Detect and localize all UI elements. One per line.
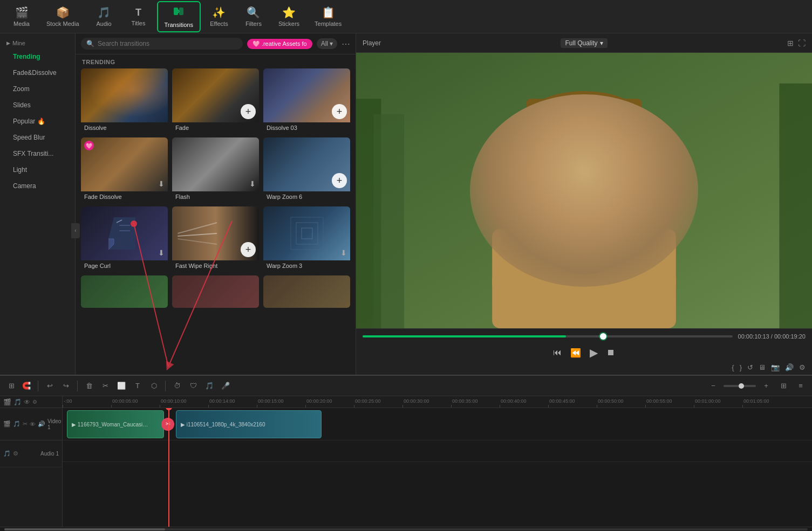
screenshot-icon[interactable]: 📷 bbox=[771, 363, 780, 371]
more-options-button[interactable]: ⋯ bbox=[342, 39, 350, 49]
video-clip-2[interactable]: ▶ i1106514_1080p_4k_3840x2160 bbox=[176, 410, 322, 438]
progress-bar[interactable] bbox=[363, 335, 733, 337]
sidebar-item-popular[interactable]: Popular 🔥 bbox=[4, 114, 71, 129]
add-video-track-icon[interactable]: 🎬 bbox=[3, 398, 11, 406]
transition-card-extra3[interactable] bbox=[263, 275, 350, 308]
volume-icon[interactable]: 🔊 bbox=[785, 363, 794, 371]
toolbar-audio[interactable]: 🎵 Audio bbox=[88, 3, 120, 30]
sidebar-item-trending[interactable]: Trending bbox=[4, 49, 71, 64]
video-track-split-icon[interactable]: ✂ bbox=[23, 420, 28, 427]
toolbar-templates[interactable]: 📋 Templates bbox=[308, 3, 348, 30]
download-icon-page-curl: ⬇ bbox=[158, 249, 165, 257]
player-label: Player bbox=[363, 39, 381, 47]
delete-button[interactable]: 🗑 bbox=[82, 379, 96, 393]
zoom-in-button[interactable]: + bbox=[759, 379, 773, 393]
add-dissolve03-button[interactable]: + bbox=[332, 104, 347, 119]
text-button[interactable]: T bbox=[131, 379, 145, 393]
toolbar-media[interactable]: 🎬 Media bbox=[5, 3, 38, 30]
sidebar-item-zoom[interactable]: Zoom bbox=[4, 81, 71, 96]
sidebar-collapse-button[interactable]: ‹ bbox=[71, 223, 80, 238]
voiceover-button[interactable]: 🎤 bbox=[219, 379, 233, 393]
add-fade-button[interactable]: + bbox=[241, 104, 256, 119]
progress-thumb bbox=[600, 333, 606, 340]
toolbar-filters[interactable]: 🔍 Filters bbox=[237, 3, 270, 30]
undo-button[interactable]: ↩ bbox=[43, 379, 57, 393]
transition-card-fast-wipe-right[interactable]: + Fast Wipe Right bbox=[172, 206, 259, 271]
left-sidebar: ▶ Mine Trending Fade&Dissolve Zoom Slide… bbox=[0, 33, 76, 375]
settings-track-icon[interactable]: ⚙ bbox=[32, 399, 37, 405]
audio-track-add-icon[interactable]: 🎵 bbox=[3, 450, 11, 457]
video-track-volume-icon[interactable]: 🔊 bbox=[38, 420, 45, 427]
toolbar-stickers[interactable]: ⭐ Stickers bbox=[272, 3, 306, 30]
redo-button[interactable]: ↪ bbox=[59, 379, 73, 393]
speed-button[interactable]: ⏱ bbox=[170, 379, 184, 393]
sidebar-item-speed-blur[interactable]: Speed Blur bbox=[4, 130, 71, 145]
sidebar-item-fade-dissolve[interactable]: Fade&Dissolve bbox=[4, 65, 71, 80]
filter-button[interactable]: All ▾ bbox=[317, 38, 337, 49]
transition-card-dissolve03[interactable]: + Dissolve 03 bbox=[263, 68, 350, 133]
crop-button[interactable]: ⬜ bbox=[114, 379, 128, 393]
creative-assets-badge[interactable]: 🩷 .reative Assets fo bbox=[247, 39, 312, 49]
shape-button[interactable]: ⬡ bbox=[147, 379, 161, 393]
video-track-add-icon[interactable]: 🎬 bbox=[3, 420, 11, 427]
add-warp-zoom6-button[interactable]: + bbox=[332, 173, 347, 188]
stop-button[interactable]: ⏹ bbox=[606, 348, 615, 357]
transition-card-extra2[interactable] bbox=[172, 275, 259, 308]
toggle-video-icon[interactable]: 👁 bbox=[24, 398, 30, 406]
audio-track-settings-icon[interactable]: ⚙ bbox=[13, 450, 18, 457]
transition-card-flash[interactable]: ⬇ Flash bbox=[172, 137, 259, 202]
loop-icon[interactable]: ↺ bbox=[747, 363, 753, 371]
transition-card-extra1[interactable] bbox=[81, 275, 168, 308]
search-icon: 🔍 bbox=[86, 40, 94, 47]
video-preview bbox=[356, 53, 812, 328]
sidebar-item-light[interactable]: Light bbox=[4, 162, 71, 177]
zoom-slider[interactable] bbox=[724, 385, 756, 387]
scrollbar-track[interactable] bbox=[4, 528, 808, 530]
sidebar-item-camera[interactable]: Camera bbox=[4, 178, 71, 194]
sidebar-item-slides[interactable]: Slides bbox=[4, 98, 71, 113]
add-dissolve-button[interactable]: + bbox=[149, 104, 165, 119]
transition-card-dissolve[interactable]: + Dissolve bbox=[81, 68, 168, 133]
split-button[interactable]: ✂ bbox=[98, 379, 112, 393]
quality-selector[interactable]: Full Quality ▾ bbox=[561, 38, 607, 48]
video1-label: Video 1 bbox=[47, 418, 61, 430]
transition-card-fade[interactable]: + Fade bbox=[172, 68, 259, 133]
play-button[interactable]: ▶ bbox=[590, 346, 598, 359]
search-input[interactable] bbox=[98, 40, 237, 47]
transition-card-warp-zoom3[interactable]: ⬇ Warp Zoom 3 bbox=[263, 206, 350, 271]
settings-icon[interactable]: ⚙ bbox=[799, 363, 806, 371]
controls-extra: { } ↺ 🖥 📷 🔊 ⚙ bbox=[356, 363, 812, 375]
transition-card-fade-dissolve[interactable]: 🩷 ⬇ Fade Dissolve bbox=[81, 137, 168, 202]
audio-button[interactable]: 🎵 bbox=[202, 379, 216, 393]
monitor-icon[interactable]: 🖥 bbox=[759, 363, 766, 371]
toolbar-transitions[interactable]: Transitions bbox=[157, 1, 201, 32]
video-track-eye-icon[interactable]: 👁 bbox=[30, 421, 36, 427]
stock-media-icon: 📦 bbox=[56, 6, 70, 19]
grid-view-icon[interactable]: ⊞ bbox=[787, 39, 794, 47]
magnetic-button[interactable]: 🧲 bbox=[19, 379, 33, 393]
video-track-audio-icon[interactable]: 🎵 bbox=[13, 420, 21, 427]
transition-card-warp-zoom6[interactable]: + Warp Zoom 6 bbox=[263, 137, 350, 202]
toolbar-titles[interactable]: T Titles bbox=[122, 4, 155, 30]
grid-layout-button[interactable]: ⊞ bbox=[776, 379, 790, 393]
transition-card-page-curl[interactable]: ⬇ Page Curl bbox=[81, 206, 168, 271]
toolbar-effects[interactable]: ✨ Effects bbox=[203, 3, 235, 30]
toolbar-stock-media[interactable]: 📦 Stock Media bbox=[40, 3, 86, 30]
add-audio-track-icon[interactable]: 🎵 bbox=[13, 398, 22, 406]
frame-back-button[interactable]: ⏪ bbox=[570, 348, 581, 358]
step-back-button[interactable]: ⏮ bbox=[553, 348, 562, 357]
mark-out-icon[interactable]: } bbox=[740, 363, 742, 371]
transition-marker[interactable]: ✂ bbox=[161, 418, 174, 431]
search-box[interactable]: 🔍 bbox=[81, 38, 243, 50]
sidebar-section-mine[interactable]: ▶ Mine bbox=[0, 38, 75, 49]
video-clip-1[interactable]: ▶ 1166793_Woman_Caucasian_499... bbox=[67, 410, 164, 438]
zoom-out-button[interactable]: − bbox=[706, 379, 720, 393]
mark-in-icon[interactable]: { bbox=[732, 363, 734, 371]
sidebar-item-sfx[interactable]: SFX Transiti... bbox=[4, 146, 71, 161]
svg-rect-25 bbox=[527, 99, 642, 144]
ruler-tick-14: 00:00:14:00 bbox=[208, 398, 257, 408]
scene-detect-button[interactable]: ⊞ bbox=[4, 379, 18, 393]
stabilize-button[interactable]: 🛡 bbox=[186, 379, 200, 393]
fullscreen-icon[interactable]: ⛶ bbox=[798, 39, 806, 47]
more-timeline-button[interactable]: ≡ bbox=[794, 379, 808, 393]
